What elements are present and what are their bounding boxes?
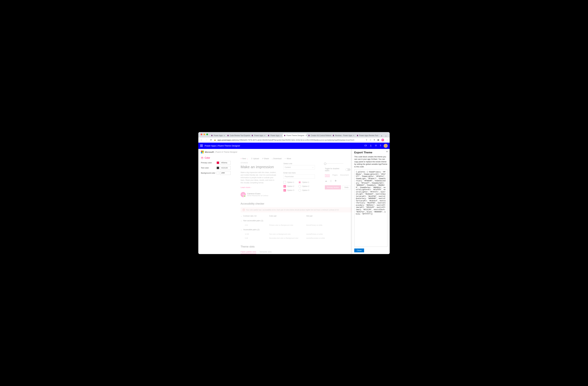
a11y-banner-text: Your color palette has 1 accessibility e…: [246, 209, 339, 211]
powerapps-icon: [252, 135, 253, 136]
minimize-window-icon[interactable]: [204, 134, 205, 135]
stories-badge: STORIES: [241, 162, 278, 164]
bookmark-icon[interactable]: ☆: [370, 139, 371, 141]
help-icon[interactable]: ?: [380, 144, 381, 147]
ms-brand: Microsoft: [205, 151, 214, 153]
radio-option-1[interactable]: Option 1: [298, 181, 309, 184]
tab-item[interactable]: Reviews - Power Apps×: [331, 134, 356, 137]
download-button[interactable]: ↓ Download: [272, 157, 282, 160]
tab-label: Fluent Theme Designer - P: [286, 135, 307, 136]
close-window-icon[interactable]: [201, 134, 202, 135]
tab-label: Power Apps: [271, 135, 280, 136]
close-panel-button[interactable]: ✕: [386, 150, 388, 153]
checkbox-checked-icon: ✓: [283, 189, 286, 192]
checkbox-option-1[interactable]: Option 1: [283, 181, 294, 184]
window-controls[interactable]: [200, 133, 209, 135]
color-section-heading: Color: [201, 157, 231, 159]
text-color-swatch[interactable]: [217, 167, 219, 169]
select-label: Select one: [283, 162, 319, 165]
reload-button[interactable]: ⟳: [210, 138, 212, 142]
tab-label: Power Apps: [214, 135, 223, 136]
lock-icon[interactable]: 🔒: [214, 139, 216, 141]
maximize-window-icon[interactable]: [206, 134, 208, 135]
persona-title: Senior Researcher at Contoso: [247, 195, 268, 196]
tab-item[interactable]: Power Apps×: [266, 134, 283, 137]
user-avatar[interactable]: [384, 144, 388, 148]
text-color-label: Text color: [201, 167, 217, 169]
tab-label: Code Review Tool Experim: [230, 135, 250, 136]
radio-icon: [298, 185, 301, 188]
back-button[interactable]: ←: [200, 138, 203, 141]
device-icon[interactable]: ▯: [330, 179, 332, 182]
tab-item[interactable]: Power Apps Review Tool -×: [356, 134, 380, 137]
cloud-icon[interactable]: ☁: [325, 179, 327, 182]
url-path: /play/2f6b0e93-7676-4072-ab3d-0644915eb4…: [235, 139, 354, 141]
slider[interactable]: [325, 163, 343, 164]
tab-documents[interactable]: Document: [340, 174, 349, 177]
forward-button[interactable]: →: [205, 138, 208, 141]
powerapps-icon: [284, 135, 286, 136]
primary-color-swatch[interactable]: [217, 161, 219, 164]
update-icon[interactable]: ▣: [377, 139, 379, 141]
addressbar-actions: ⇪ ☆ ✦ ▣ ⋮: [366, 138, 388, 141]
tab-label: Power Apps: [254, 135, 263, 136]
tab-item[interactable]: Creator Kit Control Referen×: [307, 134, 331, 137]
url-field[interactable]: apps.powerapps.com/play/2f6b0e93-7676-40…: [217, 139, 364, 141]
extensions-icon[interactable]: ✦: [373, 139, 375, 141]
app-launcher-icon[interactable]: [200, 144, 203, 147]
palette-icon: [201, 157, 204, 159]
download-icon[interactable]: [370, 144, 372, 147]
text-field[interactable]: [283, 174, 315, 179]
close-icon[interactable]: ×: [224, 134, 225, 137]
tab-item-active[interactable]: Fluent Theme Designer - P×: [283, 134, 307, 137]
chevron-down-icon: ⌄: [241, 229, 242, 231]
color-panel: Color Primary color Text color Backgroun…: [198, 155, 234, 254]
upload-button[interactable]: ↥ Upload: [251, 157, 259, 160]
color-heading-label: Color: [205, 157, 210, 159]
settings-icon[interactable]: [375, 144, 377, 147]
checkbox-option-3[interactable]: ✓Option 3: [283, 189, 294, 192]
tab-overflow-button[interactable]: ⌄: [383, 134, 388, 137]
radio-option-2[interactable]: Option 2: [298, 185, 309, 188]
checkbox-option-2[interactable]: ✓Option 2: [283, 185, 294, 188]
new-tab-button[interactable]: +: [380, 135, 384, 137]
bg-color-input[interactable]: [220, 171, 231, 175]
share-icon[interactable]: ⇪: [366, 139, 368, 141]
plus-icon: +: [241, 157, 242, 160]
profile-avatar[interactable]: [381, 138, 384, 141]
chevron-down-icon[interactable]: ⌄: [241, 215, 242, 217]
tab-semantic-slots[interactable]: Semantic slots: [260, 251, 272, 254]
story-paragraph: Make a big impression with this clean, m…: [241, 171, 276, 184]
sparkle-icon[interactable]: ✱: [335, 179, 336, 182]
more-button[interactable]: ⋯ More: [284, 157, 291, 160]
tab-label: Reviews - Power Apps: [335, 135, 352, 136]
menu-icon[interactable]: ⋮: [386, 139, 388, 141]
learn-more-link[interactable]: Learn more ›: [241, 186, 251, 189]
new-button[interactable]: +New ⌄: [241, 157, 248, 160]
primary-button[interactable]: Primary button: [325, 185, 341, 190]
close-icon[interactable]: ×: [353, 134, 354, 137]
bg-color-swatch[interactable]: [217, 172, 219, 174]
fit-icon[interactable]: [364, 144, 367, 147]
share-button[interactable]: ↗ Share: [262, 157, 269, 160]
ms-subtitle: | Fluent UI Theme Designer: [215, 151, 237, 153]
content-dropdown[interactable]: Content⌄: [283, 165, 315, 170]
tab-item[interactable]: Power Apps×: [210, 134, 226, 137]
tab-item[interactable]: Code Review Tool Experim×: [226, 134, 250, 137]
toggle-switch[interactable]: [345, 168, 351, 171]
radio-option-3[interactable]: Option 3: [298, 189, 309, 192]
tab-item[interactable]: Power Apps×: [250, 134, 267, 137]
close-icon[interactable]: ×: [264, 134, 265, 137]
text-color-input[interactable]: [220, 166, 231, 170]
tab-label: Power Apps Review Tool -: [359, 135, 379, 136]
powerapps-icon: [268, 135, 270, 136]
default-button[interactable]: Defa: [342, 185, 351, 190]
close-icon[interactable]: ×: [280, 134, 282, 137]
svg-rect-0: [365, 145, 367, 146]
export-code-block[interactable]: { palette: { themePrimary: "#f00e4a", th…: [354, 169, 387, 247]
tab-pages[interactable]: Pages: [332, 174, 338, 177]
tab-home[interactable]: Home: [325, 174, 330, 177]
close-button[interactable]: Close: [354, 249, 364, 252]
primary-color-input[interactable]: [220, 161, 231, 165]
tab-fabric-slots[interactable]: Fabric palette slots: [241, 251, 256, 254]
